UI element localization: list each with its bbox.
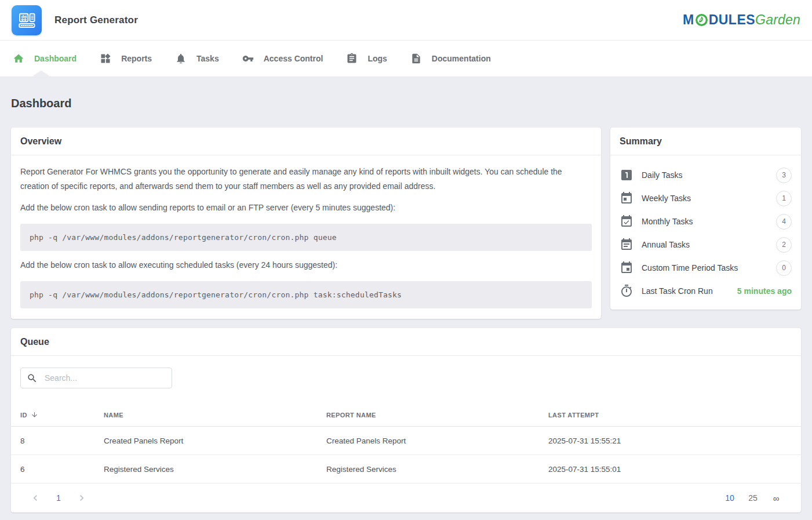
calendar-square-left-icon (620, 191, 633, 205)
page-title: Dashboard (11, 77, 801, 128)
table-row[interactable]: 6 Registered Services Registered Service… (11, 455, 801, 483)
clipboard-icon (346, 53, 358, 64)
summary-label: Weekly Tasks (642, 194, 691, 203)
queue-card: Queue ID NAME REPORT NAME LAST ATTEMPT (11, 328, 801, 512)
calendar-check-icon (620, 214, 633, 228)
pagination-bar: 1 10 25 ∞ (11, 483, 801, 512)
count-badge: 2 (776, 237, 792, 253)
calendar-note-icon (620, 238, 633, 252)
summary-item-weekly-tasks: Weekly Tasks 1 (620, 190, 792, 206)
column-header-id[interactable]: ID (20, 411, 104, 419)
page-size-unlimited[interactable]: ∞ (769, 493, 784, 503)
brand-text-garden: Garden (755, 13, 800, 27)
cell-last-attempt: 2025-07-31 15:55:21 (548, 437, 792, 445)
nav-label: Documentation (432, 54, 491, 63)
cron-tasks-command: php -q /var/www/modules/addons/reportgen… (20, 281, 592, 308)
queue-table: ID NAME REPORT NAME LAST ATTEMPT 8 Creat… (11, 403, 801, 483)
cell-last-attempt: 2025-07-31 15:55:01 (548, 465, 792, 474)
page-size-25[interactable]: 25 (745, 493, 760, 503)
nav-item-reports[interactable]: Reports (88, 41, 163, 77)
count-badge: 0 (776, 260, 792, 276)
nav-item-logs[interactable]: Logs (334, 41, 398, 77)
brand-text-dules: DULES (709, 13, 755, 27)
calendar-range-icon (620, 261, 633, 275)
queue-search-box (20, 368, 172, 388)
next-page-button[interactable] (74, 490, 90, 506)
overview-card: Overview Report Generator For WHMCS gran… (11, 128, 601, 319)
cron-queue-label: Add the below cron task to allow sending… (20, 201, 592, 215)
count-badge: 4 (776, 214, 792, 230)
nav-label: Dashboard (34, 54, 77, 63)
cell-name: Registered Services (104, 465, 326, 474)
modulesgarden-logo: M DULES Garden (683, 13, 800, 27)
overview-title: Overview (11, 128, 601, 155)
column-header-name[interactable]: NAME (104, 412, 326, 419)
column-header-last-attempt[interactable]: LAST ATTEMPT (548, 412, 792, 419)
chevron-left-icon (30, 492, 41, 504)
nav-label: Access Control (264, 54, 323, 63)
active-tab-notch (32, 71, 50, 77)
brand-text-m: M (683, 13, 694, 27)
summary-item-daily-tasks: Daily Tasks 3 (620, 167, 792, 183)
summary-item-last-cron-run: Last Task Cron Run 5 minutes ago (620, 283, 792, 299)
nav-item-access-control[interactable]: Access Control (231, 41, 335, 77)
summary-item-monthly-tasks: Monthly Tasks 4 (620, 213, 792, 230)
overview-intro-text: Report Generator For WHMCS grants you th… (20, 165, 592, 194)
summary-label: Monthly Tasks (642, 217, 693, 226)
summary-label: Last Task Cron Run (642, 286, 713, 296)
previous-page-button[interactable] (27, 490, 43, 506)
page-size-10[interactable]: 10 (722, 493, 737, 503)
summary-title: Summary (610, 128, 801, 155)
summary-card: Summary Daily Tasks 3 Weekly Tasks 1 (610, 128, 801, 310)
count-badge: 1 (776, 191, 792, 206)
looks-one-icon (620, 168, 633, 182)
queue-title: Queue (11, 328, 801, 356)
nav-item-documentation[interactable]: Documentation (399, 41, 503, 77)
column-header-report-name[interactable]: REPORT NAME (326, 412, 548, 419)
last-cron-run-value: 5 minutes ago (737, 286, 792, 296)
summary-item-custom-period-tasks: Custom Time Period Tasks 0 (620, 260, 792, 276)
home-icon (13, 53, 24, 64)
summary-label: Custom Time Period Tasks (642, 263, 738, 272)
key-icon (242, 53, 254, 64)
app-header: Report Generator M DULES Garden (0, 0, 812, 41)
table-row[interactable]: 8 Created Panels Report Created Panels R… (11, 427, 801, 455)
cell-report-name: Created Panels Report (326, 437, 548, 445)
search-icon (27, 373, 38, 384)
nav-label: Logs (367, 54, 387, 63)
cell-id: 6 (20, 465, 104, 474)
cell-name: Created Panels Report (104, 437, 326, 445)
summary-item-annual-tasks: Annual Tasks 2 (620, 237, 792, 253)
page-number-current[interactable]: 1 (50, 493, 67, 503)
document-icon (410, 53, 422, 64)
nav-label: Tasks (196, 54, 219, 63)
globe-icon (695, 13, 708, 27)
widgets-icon (100, 53, 111, 64)
nav-item-tasks[interactable]: Tasks (163, 41, 231, 77)
summary-label: Annual Tasks (642, 240, 690, 249)
count-badge: 3 (776, 168, 792, 183)
cell-id: 8 (20, 437, 104, 445)
page-app-title: Report Generator (54, 14, 138, 26)
main-nav: Dashboard Reports Tasks Access Control L… (0, 41, 812, 77)
nav-label: Reports (121, 54, 152, 63)
table-header-row: ID NAME REPORT NAME LAST ATTEMPT (11, 403, 801, 427)
content-area: Dashboard Overview Report Generator For … (0, 77, 812, 512)
cron-tasks-label: Add the below cron task to allow executi… (20, 258, 592, 272)
bell-icon (175, 53, 187, 64)
summary-label: Daily Tasks (642, 170, 683, 180)
cron-queue-command: php -q /var/www/modules/addons/reportgen… (20, 224, 592, 251)
chevron-right-icon (76, 492, 88, 504)
search-input[interactable] (45, 373, 166, 383)
report-generator-app-icon (12, 5, 42, 35)
timer-icon (620, 284, 633, 298)
cell-report-name: Registered Services (326, 465, 548, 474)
sort-descending-icon[interactable] (31, 411, 38, 419)
